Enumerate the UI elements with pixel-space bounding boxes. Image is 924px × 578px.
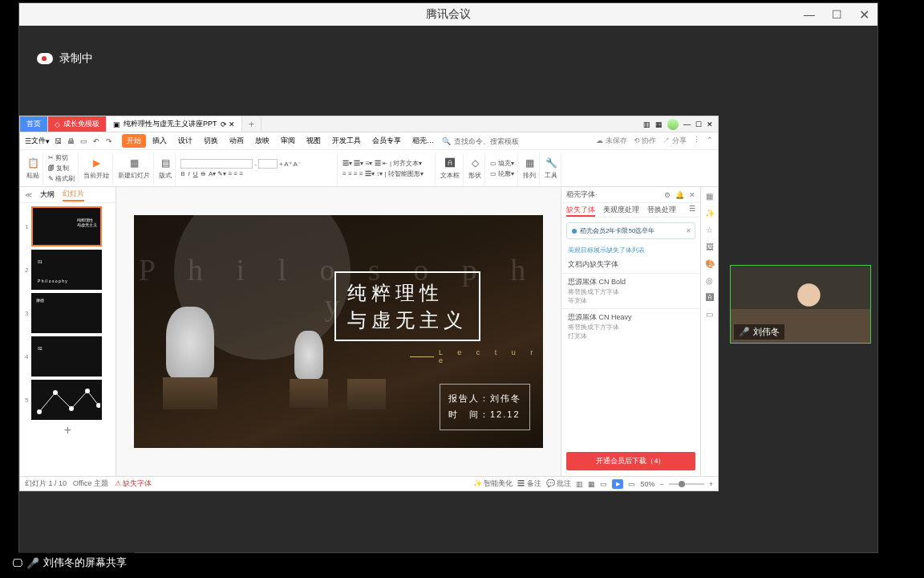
cloud-record-icon [37,53,53,64]
bell-icon[interactable]: 🔔 [675,191,684,199]
zoom-slider[interactable] [669,483,704,485]
slide-info: 报告人：刘伟冬 时 间：12.12 [440,384,530,430]
menu-start[interactable]: 开始 [122,134,146,148]
panel-tab-slides[interactable]: 幻灯片 [63,189,84,201]
preview-icon[interactable]: ▭ [79,136,88,146]
thumb-1[interactable]: 纯粹理性与虚无主义 [31,206,102,246]
view-slideshow-icon[interactable]: ▶ [612,479,623,489]
file-menu[interactable]: ☰ 文件 ▾ [25,136,50,146]
panel-tab-outline[interactable]: 大纲 [40,189,55,200]
mic-icon: 🎤 [739,327,750,337]
menu-devtools[interactable]: 开发工具 [327,134,366,148]
save-icon[interactable]: 🖫 [53,136,63,146]
win-min-icon[interactable]: — [683,120,691,128]
add-slide[interactable]: + [25,423,111,438]
ribbon-newslide[interactable]: ▦新建幻灯片 [115,153,154,185]
slide-content[interactable]: P h i l o s o p h y 纯粹理性 与虚无主义 L e c t u… [134,215,543,448]
tencent-meeting-window: 腾讯会议 — ☐ ✕ 录制中 首页 ◇ 成长免模板 ▣ 纯粹理性与虚无主义讲座P… [18,2,878,553]
tab-document[interactable]: ▣ 纯粹理性与虚无主义讲座PPT ⟳ ✕ [107,116,242,132]
mic-icon: 🎤 [27,557,38,568]
rail-icon[interactable]: 🅰 [706,293,714,302]
titlebar: 腾讯会议 — ☐ ✕ [19,3,877,26]
rail-icon[interactable]: ✨ [705,209,715,218]
thumb-5[interactable] [31,380,102,420]
svg-point-4 [96,403,101,408]
menu-slideshow[interactable]: 放映 [250,134,274,148]
view-sorter-icon[interactable]: ▦ [588,480,595,488]
promo-close-icon[interactable]: ✕ [686,227,691,234]
command-search[interactable] [454,137,542,145]
app-title: 腾讯会议 [426,7,471,22]
menu-view[interactable]: 视图 [302,134,326,148]
tab-templates[interactable]: ◇ 成长免模板 [48,116,107,132]
slide-canvas: P h i l o s o p h y 纯粹理性 与虚无主义 L e c t u… [116,187,561,490]
svg-point-3 [85,389,90,393]
layout-tile-icon[interactable]: ▦ [655,120,663,128]
menu-daoke[interactable]: 稻壳… [407,134,439,148]
tab-home[interactable]: 首页 [20,116,48,132]
fp-help-link[interactable]: 美观目标展示缺失了体列表 [561,244,700,256]
rail-icon[interactable]: ☆ [706,226,713,234]
rail-icon[interactable]: ▭ [706,310,713,319]
ribbon-layout[interactable]: ▤版式 [156,153,176,185]
ribbon-arrange[interactable]: ▦排列 [520,153,540,185]
view-normal-icon[interactable]: ▥ [576,480,583,488]
font-panel: 稻壳字体·⚙🔔✕ 缺失了体 美观度处理 替换处理 ☰ 稻壳会员2年卡限50选举年… [561,187,700,490]
print-icon[interactable]: 🖶 [66,136,75,146]
slide-title: 纯粹理性 与虚无主义 [334,271,480,341]
undo-icon[interactable]: ↶ [91,136,101,146]
tab-add[interactable]: + [242,116,261,132]
thumb-3[interactable]: 康德 [31,293,102,333]
svg-point-0 [37,409,42,414]
screen-icon: 🖵 [11,557,22,568]
screen-share-label: 🖵 🎤 刘伟冬的屏幕共享 [3,552,135,573]
view-reading-icon[interactable]: ▭ [600,480,607,488]
ribbon-tools[interactable]: 🔧工具 [541,153,561,185]
maximize-button[interactable]: ☐ [823,3,850,26]
win-close-icon[interactable]: ✕ [707,120,713,128]
rail-icon[interactable]: 🖼 [706,242,714,251]
ribbon-paste[interactable]: 📋粘贴 [23,153,43,185]
menu-vip[interactable]: 会员专享 [367,134,406,148]
font-row-2[interactable]: 思源黑体 CN Heavy 将替换成下方字体 打宽体 [561,308,700,344]
rail-icon[interactable]: ▦ [706,192,713,201]
fp-cta-button[interactable]: 开通会员后下载（4） [566,452,695,470]
participant-camera[interactable]: 🎤刘伟冬 [730,265,871,344]
promo-banner[interactable]: 稻壳会员2年卡限50选举年✕ [566,222,695,239]
font-row-1[interactable]: 思源黑体 CN Bold 将替换成下方字体 等宽体 [561,273,700,308]
wps-statusbar: 幻灯片 1 / 10 Office 主题 ⚠ 缺失字体 ✨ 智能美化 ☰ 备注 … [20,476,718,490]
rail-icon[interactable]: ◎ [706,276,713,285]
menu-animation[interactable]: 动画 [225,134,249,148]
zoom-out[interactable]: − [659,480,663,488]
svg-point-2 [69,406,74,411]
recording-indicator: 录制中 [37,51,93,66]
wps-menubar: ☰ 文件 ▾ 🖫 🖶 ▭ ↶ ↷ 开始 插入 设计 切换 动画 放映 审阅 视图… [20,132,718,150]
thumb-2[interactable]: 01P h i l o s o p h y [31,250,102,290]
redo-icon[interactable]: ↷ [104,136,114,146]
svg-point-1 [53,390,58,395]
ribbon-shape[interactable]: ◇形状 [465,153,485,185]
close-icon[interactable]: ✕ [689,191,695,199]
wps-doc-tabs: 首页 ◇ 成长免模板 ▣ 纯粹理性与虚无主义讲座PPT ⟳ ✕ + ▥ ▦ — … [20,116,718,132]
menu-review[interactable]: 审阅 [276,134,300,148]
menu-design[interactable]: 设计 [173,134,197,148]
thumb-4[interactable]: 02 [31,336,102,377]
close-button[interactable]: ✕ [850,3,877,26]
fp-tab-missing[interactable]: 缺失了体 [566,203,595,217]
layout-grid-icon[interactable]: ▥ [643,120,650,128]
win-max-icon[interactable]: ☐ [695,120,702,128]
zoom-in[interactable]: + [709,480,713,488]
ribbon-play[interactable]: ▶当前开始 [80,153,113,185]
fp-tab-replace[interactable]: 替换处理 [647,203,676,217]
menu-transition[interactable]: 切换 [199,134,223,148]
menu-insert[interactable]: 插入 [148,134,172,148]
gear-icon[interactable]: ⚙ [664,191,671,199]
side-rail: ▦ ✨ ☆ 🖼 🎨 ◎ 🅰 ▭ ⋯ [700,187,718,490]
fp-tab-beauty[interactable]: 美观度处理 [603,203,639,217]
minimize-button[interactable]: — [796,3,823,26]
slide-panel: ≪大纲幻灯片 1纯粹理性与虚无主义 201P h i l o s o p h y… [20,187,116,490]
user-avatar[interactable] [667,119,679,130]
wps-presentation-app: 首页 ◇ 成长免模板 ▣ 纯粹理性与虚无主义讲座PPT ⟳ ✕ + ▥ ▦ — … [19,116,719,491]
rail-icon[interactable]: 🎨 [705,259,715,268]
ribbon-textbox[interactable]: 🅰文本框 [437,153,464,185]
